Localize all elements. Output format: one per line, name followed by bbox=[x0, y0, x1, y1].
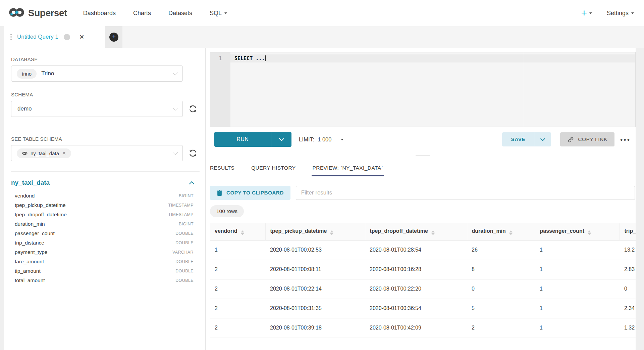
divider bbox=[11, 127, 200, 127]
column-list: vendorid BIGINT tpep_pickup_datetime TIM… bbox=[11, 191, 194, 285]
new-item-button[interactable]: + bbox=[581, 8, 592, 18]
nav-item-charts[interactable]: Charts bbox=[133, 10, 151, 17]
table-row: 2 2020-08-01T00:22:14 2020-08-01T00:22:2… bbox=[210, 279, 636, 299]
table-name-heading[interactable]: ny_taxi_data bbox=[11, 179, 190, 186]
chevron-down-icon bbox=[173, 105, 178, 111]
tab-query-history[interactable]: QUERY HISTORY bbox=[251, 165, 296, 176]
results-body: 1 2020-08-01T00:02:53 2020-08-01T00:28:5… bbox=[210, 240, 636, 338]
refresh-schemas-button[interactable] bbox=[187, 103, 198, 114]
table-row: 1 2020-08-01T00:02:53 2020-08-01T00:28:5… bbox=[210, 240, 636, 260]
results-table-wrap: vendorid tpep_pickup_datetime tpep_dropo… bbox=[210, 223, 636, 338]
cell-vendorid: 2 bbox=[210, 318, 265, 338]
cell-vendorid: 2 bbox=[210, 279, 265, 299]
sql-code-input[interactable]: SELECT ... bbox=[230, 52, 635, 127]
unsaved-indicator bbox=[64, 34, 70, 40]
column-type: DOUBLE bbox=[175, 240, 194, 245]
eye-icon bbox=[22, 151, 28, 156]
table-row: 2 2020-08-01T00:08:11 2020-08-01T00:16:2… bbox=[210, 260, 636, 279]
close-tab-icon[interactable]: ✕ bbox=[79, 34, 84, 41]
save-button[interactable]: SAVE bbox=[502, 132, 534, 146]
column-name: fare_amount bbox=[15, 259, 175, 265]
cell-trip-distance: 13.2 bbox=[620, 240, 636, 260]
more-actions-button[interactable]: ••• bbox=[620, 136, 631, 143]
left-sidebar: DATABASE trino Trino SCHEMA demo bbox=[4, 48, 206, 350]
settings-label: Settings bbox=[607, 10, 629, 17]
cell-vendorid: 2 bbox=[210, 260, 265, 279]
column-type: DOUBLE bbox=[175, 259, 194, 264]
col-header-trip-distance[interactable]: trip_distance bbox=[620, 223, 636, 240]
col-header-duration-min[interactable]: duration_min bbox=[467, 223, 535, 240]
settings-menu[interactable]: Settings bbox=[607, 10, 634, 17]
brand-name: Superset bbox=[28, 8, 67, 18]
nav-right: + Settings bbox=[581, 8, 634, 18]
col-header-tpep-pickup-datetime[interactable]: tpep_pickup_datetime bbox=[265, 223, 365, 240]
results-pane: RESULTS QUERY HISTORY PREVIEW: `NY_TAXI_… bbox=[210, 165, 636, 350]
database-badge: trino bbox=[17, 69, 37, 79]
column-type: TIMESTAMP bbox=[168, 212, 194, 217]
col-header-passenger-count[interactable]: passenger_count bbox=[535, 223, 620, 240]
nav-item-datasets[interactable]: Datasets bbox=[168, 10, 192, 17]
run-button[interactable]: RUN bbox=[214, 132, 271, 147]
refresh-tables-button[interactable] bbox=[187, 148, 198, 159]
tab-preview-ny-taxi-data[interactable]: PREVIEW: `NY_TAXI_DATA` bbox=[313, 165, 383, 176]
cell-pickup: 2020-08-01T00:31:35 bbox=[265, 299, 365, 318]
cell-trip-distance: 0 bbox=[620, 279, 636, 299]
filter-results-input[interactable] bbox=[296, 186, 635, 200]
cell-duration: 26 bbox=[467, 240, 535, 260]
nav-item-sql[interactable]: SQL bbox=[210, 10, 227, 17]
cell-passengers: 1 bbox=[535, 260, 620, 279]
refresh-icon bbox=[188, 148, 198, 158]
plus-icon: + bbox=[581, 8, 587, 18]
row-count-badge: 100 rows bbox=[210, 205, 244, 217]
print-margin-line bbox=[523, 52, 523, 127]
column-row: tpep_dropoff_datetime TIMESTAMP bbox=[11, 210, 194, 219]
limit-dropdown[interactable]: LIMIT: 1 000 bbox=[299, 136, 343, 143]
column-row: fare_amount DOUBLE bbox=[11, 257, 194, 266]
chevron-down-icon bbox=[224, 12, 227, 14]
table-pill-label: ny_taxi_data bbox=[31, 150, 59, 156]
results-tabs: RESULTS QUERY HISTORY PREVIEW: `NY_TAXI_… bbox=[210, 165, 636, 176]
database-select[interactable]: trino Trino bbox=[11, 65, 183, 82]
resize-handle[interactable] bbox=[416, 154, 430, 157]
column-type: DOUBLE bbox=[175, 231, 194, 236]
cell-pickup: 2020-08-01T00:08:11 bbox=[265, 260, 365, 279]
column-row: duration_min BIGINT bbox=[11, 219, 194, 229]
schema-label: SCHEMA bbox=[11, 92, 205, 97]
chevron-down-icon bbox=[173, 149, 178, 155]
drag-handle-icon[interactable] bbox=[10, 34, 12, 40]
run-options-button[interactable] bbox=[271, 132, 291, 147]
copy-to-clipboard-button[interactable]: COPY TO CLIPBOARD bbox=[210, 186, 290, 200]
col-header-tpep-dropoff-datetime[interactable]: tpep_dropoff_datetime bbox=[365, 223, 467, 240]
query-tabstrip: Untitled Query 1 ✕ + bbox=[0, 26, 644, 48]
pane-resize-row bbox=[210, 153, 636, 157]
chevron-down-icon bbox=[173, 70, 178, 75]
save-split-button: SAVE bbox=[502, 132, 551, 146]
column-row: vendorid BIGINT bbox=[11, 191, 194, 201]
clipboard-icon bbox=[217, 189, 222, 196]
copy-link-label: COPY LINK bbox=[578, 136, 607, 142]
col-header-vendorid[interactable]: vendorid bbox=[210, 223, 265, 240]
column-type: BIGINT bbox=[179, 222, 194, 226]
refresh-icon bbox=[188, 104, 198, 114]
collapse-icon[interactable] bbox=[189, 181, 195, 186]
nav-item-dashboards[interactable]: Dashboards bbox=[83, 10, 116, 17]
save-options-button[interactable] bbox=[534, 132, 551, 146]
add-tab-button[interactable]: + bbox=[109, 33, 118, 42]
tab-results[interactable]: RESULTS bbox=[210, 165, 234, 176]
column-type: TIMESTAMP bbox=[168, 203, 194, 208]
table-schema-select[interactable]: ny_taxi_data ✕ bbox=[11, 145, 183, 161]
remove-table-icon[interactable]: ✕ bbox=[62, 150, 66, 156]
cell-dropoff: 2020-08-01T00:36:54 bbox=[365, 299, 467, 318]
cell-passengers: 1 bbox=[535, 279, 620, 299]
schema-select[interactable]: demo bbox=[11, 101, 183, 117]
superset-brand[interactable]: Superset bbox=[9, 7, 67, 19]
divider bbox=[11, 171, 200, 172]
column-row: total_amount DOUBLE bbox=[11, 276, 194, 285]
editor-gutter: 1 bbox=[210, 52, 230, 127]
sql-code-text: SELECT ... bbox=[234, 55, 265, 61]
column-row: tpep_pickup_datetime TIMESTAMP bbox=[11, 201, 194, 210]
query-tab-active[interactable]: Untitled Query 1 ✕ bbox=[4, 26, 105, 48]
copy-link-button[interactable]: COPY LINK bbox=[560, 132, 614, 146]
cell-passengers: 1 bbox=[535, 240, 620, 260]
table-row: 2 2020-08-01T00:39:18 2020-08-01T00:42:0… bbox=[210, 318, 636, 338]
